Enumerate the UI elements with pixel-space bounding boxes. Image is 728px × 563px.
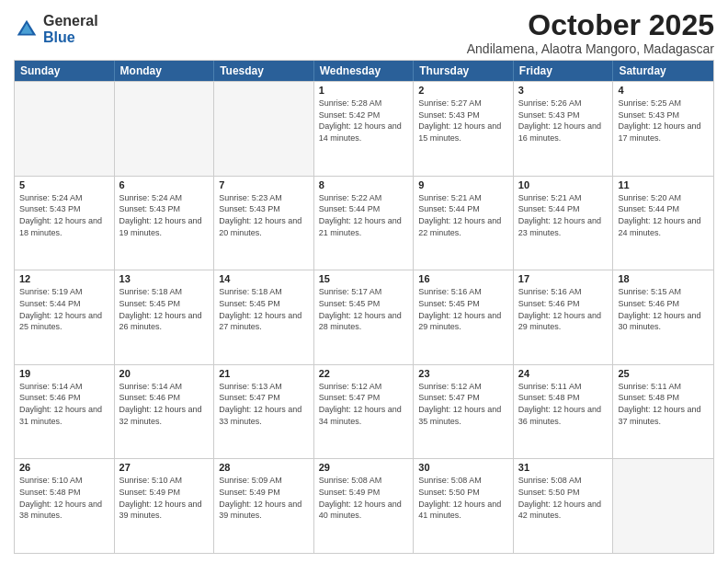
day-cell: 21Sunrise: 5:13 AM Sunset: 5:47 PM Dayli…: [214, 365, 314, 459]
day-number: 1: [319, 85, 409, 96]
calendar: SundayMondayTuesdayWednesdayThursdayFrid…: [14, 60, 714, 554]
day-cell: 8Sunrise: 5:22 AM Sunset: 5:44 PM Daylig…: [314, 177, 415, 270]
location: Andilamena, Alaotra Mangoro, Madagascar: [467, 41, 714, 56]
week-row: 19Sunrise: 5:14 AM Sunset: 5:46 PM Dayli…: [15, 364, 713, 459]
day-header: Friday: [514, 61, 614, 81]
day-number: 19: [19, 368, 109, 379]
day-info: Sunrise: 5:14 AM Sunset: 5:46 PM Dayligh…: [19, 381, 109, 427]
day-cell: 15Sunrise: 5:17 AM Sunset: 5:45 PM Dayli…: [314, 270, 415, 364]
day-cell: [613, 459, 713, 553]
day-info: Sunrise: 5:18 AM Sunset: 5:45 PM Dayligh…: [219, 286, 309, 332]
day-cell: 7Sunrise: 5:23 AM Sunset: 5:43 PM Daylig…: [214, 177, 314, 270]
day-number: 11: [618, 179, 709, 190]
day-cell: 30Sunrise: 5:08 AM Sunset: 5:50 PM Dayli…: [414, 459, 514, 553]
day-number: 27: [119, 462, 210, 473]
day-info: Sunrise: 5:11 AM Sunset: 5:48 PM Dayligh…: [618, 381, 709, 427]
day-info: Sunrise: 5:10 AM Sunset: 5:48 PM Dayligh…: [19, 475, 109, 521]
day-header: Tuesday: [214, 61, 314, 81]
calendar-body: 1Sunrise: 5:28 AM Sunset: 5:42 PM Daylig…: [15, 81, 713, 553]
day-info: Sunrise: 5:26 AM Sunset: 5:43 PM Dayligh…: [518, 98, 609, 144]
day-info: Sunrise: 5:14 AM Sunset: 5:46 PM Dayligh…: [119, 381, 210, 427]
day-cell: 18Sunrise: 5:15 AM Sunset: 5:46 PM Dayli…: [613, 270, 713, 364]
day-cell: 3Sunrise: 5:26 AM Sunset: 5:43 PM Daylig…: [514, 82, 614, 176]
day-number: 25: [618, 368, 709, 379]
day-header: Saturday: [613, 61, 713, 81]
logo: General Blue: [14, 13, 98, 45]
day-cell: 5Sunrise: 5:24 AM Sunset: 5:43 PM Daylig…: [15, 177, 115, 270]
day-cell: 22Sunrise: 5:12 AM Sunset: 5:47 PM Dayli…: [314, 365, 415, 459]
day-number: 16: [418, 273, 508, 284]
day-cell: 26Sunrise: 5:10 AM Sunset: 5:48 PM Dayli…: [15, 459, 115, 553]
day-info: Sunrise: 5:09 AM Sunset: 5:49 PM Dayligh…: [219, 475, 309, 521]
day-cell: 4Sunrise: 5:25 AM Sunset: 5:43 PM Daylig…: [613, 82, 713, 176]
day-number: 17: [518, 273, 609, 284]
day-number: 28: [219, 462, 309, 473]
day-info: Sunrise: 5:19 AM Sunset: 5:44 PM Dayligh…: [19, 286, 109, 332]
day-number: 12: [19, 273, 109, 284]
day-number: 7: [219, 179, 309, 190]
day-info: Sunrise: 5:22 AM Sunset: 5:44 PM Dayligh…: [319, 192, 409, 238]
day-cell: 9Sunrise: 5:21 AM Sunset: 5:44 PM Daylig…: [414, 177, 514, 270]
day-cell: 23Sunrise: 5:12 AM Sunset: 5:47 PM Dayli…: [414, 365, 514, 459]
day-number: 13: [119, 273, 210, 284]
day-cell: [15, 82, 115, 176]
title-block: October 2025 Andilamena, Alaotra Mangoro…: [467, 9, 714, 56]
day-info: Sunrise: 5:18 AM Sunset: 5:45 PM Dayligh…: [119, 286, 210, 332]
day-number: 3: [518, 85, 609, 96]
day-info: Sunrise: 5:12 AM Sunset: 5:47 PM Dayligh…: [319, 381, 409, 427]
day-info: Sunrise: 5:20 AM Sunset: 5:44 PM Dayligh…: [618, 192, 709, 238]
day-info: Sunrise: 5:24 AM Sunset: 5:43 PM Dayligh…: [19, 192, 109, 238]
day-number: 6: [119, 179, 210, 190]
day-number: 20: [119, 368, 210, 379]
day-info: Sunrise: 5:15 AM Sunset: 5:46 PM Dayligh…: [618, 286, 709, 332]
day-cell: 13Sunrise: 5:18 AM Sunset: 5:45 PM Dayli…: [115, 270, 215, 364]
day-number: 10: [518, 179, 609, 190]
day-info: Sunrise: 5:13 AM Sunset: 5:47 PM Dayligh…: [219, 381, 309, 427]
day-info: Sunrise: 5:24 AM Sunset: 5:43 PM Dayligh…: [119, 192, 210, 238]
day-cell: [214, 82, 314, 176]
day-cell: 27Sunrise: 5:10 AM Sunset: 5:49 PM Dayli…: [115, 459, 215, 553]
day-number: 5: [19, 179, 109, 190]
day-number: 24: [518, 368, 609, 379]
header: General Blue October 2025 Andilamena, Al…: [14, 9, 714, 56]
day-info: Sunrise: 5:23 AM Sunset: 5:43 PM Dayligh…: [219, 192, 309, 238]
week-row: 1Sunrise: 5:28 AM Sunset: 5:42 PM Daylig…: [15, 81, 713, 176]
day-number: 18: [618, 273, 709, 284]
day-number: 2: [418, 85, 508, 96]
day-number: 9: [418, 179, 508, 190]
day-cell: 2Sunrise: 5:27 AM Sunset: 5:43 PM Daylig…: [414, 82, 514, 176]
day-number: 14: [219, 273, 309, 284]
day-info: Sunrise: 5:10 AM Sunset: 5:49 PM Dayligh…: [119, 475, 210, 521]
day-cell: 28Sunrise: 5:09 AM Sunset: 5:49 PM Dayli…: [214, 459, 314, 553]
day-number: 4: [618, 85, 709, 96]
day-number: 22: [319, 368, 409, 379]
day-cell: 6Sunrise: 5:24 AM Sunset: 5:43 PM Daylig…: [115, 177, 215, 270]
day-info: Sunrise: 5:11 AM Sunset: 5:48 PM Dayligh…: [518, 381, 609, 427]
day-number: 8: [319, 179, 409, 190]
day-cell: 25Sunrise: 5:11 AM Sunset: 5:48 PM Dayli…: [613, 365, 713, 459]
week-row: 12Sunrise: 5:19 AM Sunset: 5:44 PM Dayli…: [15, 270, 713, 364]
day-header: Sunday: [15, 61, 115, 81]
week-row: 5Sunrise: 5:24 AM Sunset: 5:43 PM Daylig…: [15, 176, 713, 270]
page: General Blue October 2025 Andilamena, Al…: [0, 0, 728, 563]
day-info: Sunrise: 5:08 AM Sunset: 5:50 PM Dayligh…: [518, 475, 609, 521]
logo-text: General Blue: [43, 13, 98, 45]
day-header: Wednesday: [314, 61, 415, 81]
day-info: Sunrise: 5:21 AM Sunset: 5:44 PM Dayligh…: [418, 192, 508, 238]
day-info: Sunrise: 5:28 AM Sunset: 5:42 PM Dayligh…: [319, 98, 409, 144]
day-number: 15: [319, 273, 409, 284]
day-cell: 29Sunrise: 5:08 AM Sunset: 5:49 PM Dayli…: [314, 459, 415, 553]
day-info: Sunrise: 5:12 AM Sunset: 5:47 PM Dayligh…: [418, 381, 508, 427]
day-info: Sunrise: 5:27 AM Sunset: 5:43 PM Dayligh…: [418, 98, 508, 144]
day-cell: [115, 82, 215, 176]
day-cell: 17Sunrise: 5:16 AM Sunset: 5:46 PM Dayli…: [514, 270, 614, 364]
day-number: 23: [418, 368, 508, 379]
day-cell: 24Sunrise: 5:11 AM Sunset: 5:48 PM Dayli…: [514, 365, 614, 459]
day-cell: 1Sunrise: 5:28 AM Sunset: 5:42 PM Daylig…: [314, 82, 415, 176]
day-cell: 10Sunrise: 5:21 AM Sunset: 5:44 PM Dayli…: [514, 177, 614, 270]
day-info: Sunrise: 5:16 AM Sunset: 5:46 PM Dayligh…: [518, 286, 609, 332]
day-info: Sunrise: 5:17 AM Sunset: 5:45 PM Dayligh…: [319, 286, 409, 332]
day-cell: 19Sunrise: 5:14 AM Sunset: 5:46 PM Dayli…: [15, 365, 115, 459]
logo-blue: Blue: [43, 29, 98, 46]
logo-general: General: [43, 13, 98, 29]
